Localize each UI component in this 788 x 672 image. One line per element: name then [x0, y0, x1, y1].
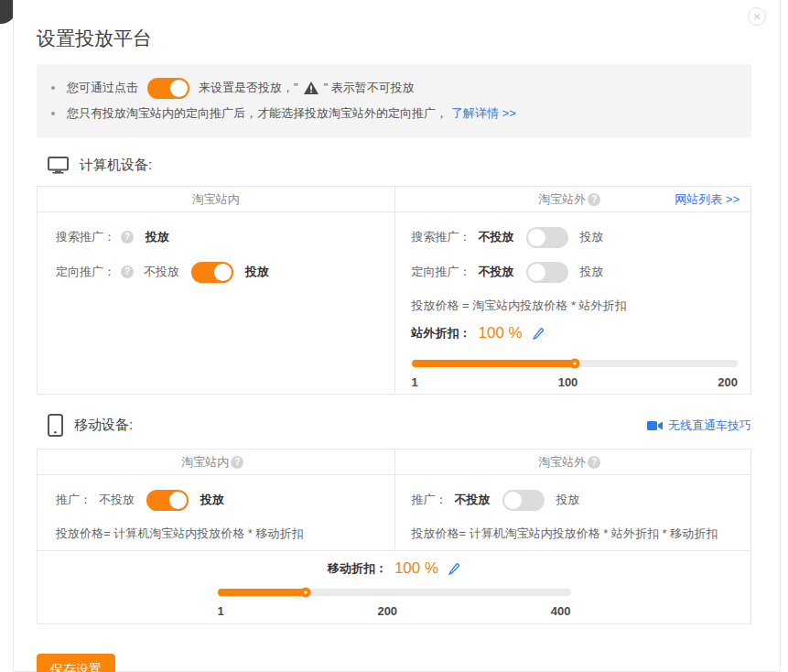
slider-min-label: 1: [412, 375, 418, 389]
mobile-discount-value: 100 %: [394, 559, 438, 578]
on-label: 投放: [580, 264, 604, 280]
header-label: 淘宝站内: [192, 191, 240, 208]
computer-offsite-targeted-toggle[interactable]: [526, 262, 568, 283]
computer-icon: [48, 157, 69, 174]
mobile-section-title: 移动设备:: [74, 417, 133, 434]
page: × 设置投放平台 您可通过点击 来设置是否投放，" " 表示暂不可投放 您只有投…: [0, 0, 788, 672]
off-label: 不投放: [144, 264, 179, 280]
edit-pencil-icon[interactable]: [448, 562, 460, 575]
computer-table: 淘宝站内 淘宝站外 ? 网站列表 >> 搜索推广： ? 投放 定向推广：: [37, 186, 751, 395]
computer-onsite-search-row: 搜索推广： ? 投放: [56, 224, 382, 250]
slider-mid-label: 200: [377, 604, 397, 618]
mobile-discount-row: 移动折扣： 100 % 1 200 400: [38, 550, 750, 623]
help-icon[interactable]: ?: [231, 456, 243, 469]
row-label: 定向推广：: [56, 264, 115, 280]
computer-onsite-cell: 搜索推广： ? 投放 定向推广： ? 不投放 投放: [38, 212, 394, 394]
mobile-discount-head: 移动折扣： 100 %: [38, 556, 750, 581]
slider-mid-label: 100: [558, 375, 578, 389]
mobile-section-header: 移动设备: 无线直通车技巧: [37, 414, 751, 437]
notice-line-1: 您可通过点击 来设置是否投放，" " 表示暂不可投放: [48, 76, 737, 100]
example-toggle: [147, 78, 189, 99]
close-button[interactable]: ×: [748, 7, 766, 26]
on-label: 投放: [580, 229, 604, 245]
save-settings-button[interactable]: 保存设置: [37, 654, 115, 672]
close-icon: ×: [753, 9, 761, 24]
on-label: 投放: [245, 264, 269, 280]
row-label: 推广：: [56, 492, 92, 508]
mobile-offsite-promo-toggle[interactable]: [502, 490, 545, 511]
computer-onsite-targeted-toggle[interactable]: [191, 262, 233, 283]
row-label: 搜索推广：: [412, 229, 471, 245]
notice-text: " 表示暂不可投放: [324, 80, 415, 96]
slider-min-label: 1: [218, 604, 224, 618]
toggle-knob: [528, 229, 545, 246]
computer-section-header: 计算机设备:: [37, 157, 751, 174]
slider-handle[interactable]: [569, 359, 579, 369]
off-label: 不投放: [455, 492, 491, 508]
row-label: 搜索推广：: [56, 229, 115, 245]
computer-offsite-search-row: 搜索推广： 不投放 投放: [412, 224, 739, 250]
offsite-price-formula: 投放价格 = 淘宝站内投放价格 * 站外折扣: [412, 294, 739, 318]
computer-offsite-search-toggle[interactable]: [526, 227, 568, 248]
warning-triangle-icon: [304, 81, 318, 97]
off-label: 不投放: [479, 229, 514, 245]
toggle-knob: [170, 80, 188, 97]
toggle-knob: [504, 492, 522, 509]
help-icon[interactable]: ?: [588, 193, 600, 206]
offsite-discount-slider[interactable]: [412, 360, 739, 367]
mobile-table-body: 推广： 不投放 投放 投放价格= 计算机淘宝站内投放价格 * 移动折扣 推广： …: [38, 475, 750, 550]
mobile-offsite-header: 淘宝站外 ?: [394, 450, 751, 474]
slider-handle[interactable]: [301, 588, 311, 598]
mobile-table-header: 淘宝站内 ? 淘宝站外 ?: [38, 450, 750, 475]
mobile-offsite-cell: 推广： 不投放 投放 投放价格= 计算机淘宝站内投放价格 * 站外折扣 * 移动…: [394, 475, 751, 550]
computer-onsite-targeted-row: 定向推广： ? 不投放 投放: [56, 259, 382, 285]
video-camera-icon: [647, 420, 663, 431]
row-label: 推广：: [412, 492, 448, 508]
row-label: 定向推广：: [412, 264, 471, 280]
toggle-knob: [169, 492, 187, 509]
help-icon[interactable]: ?: [121, 266, 134, 278]
mobile-onsite-promo-toggle[interactable]: [146, 490, 189, 511]
notice-box: 您可通过点击 来设置是否投放，" " 表示暂不可投放 您只有投放淘宝站内的定向推…: [37, 64, 751, 137]
computer-offsite-cell: 搜索推广： 不投放 投放 定向推广： 不投放 投放 投放价格 = 淘宝站内投放价…: [394, 212, 751, 394]
mobile-onsite-cell: 推广： 不投放 投放 投放价格= 计算机淘宝站内投放价格 * 移动折扣: [38, 475, 394, 550]
discount-label: 移动折扣：: [328, 560, 387, 577]
mobile-phone-icon: [48, 414, 63, 437]
edit-pencil-icon[interactable]: [532, 327, 545, 340]
mobile-onsite-promo-row: 推广： 不投放 投放: [56, 487, 382, 513]
mobile-slider-labels: 1 200 400: [218, 604, 571, 618]
header-label: 淘宝站外: [538, 191, 586, 208]
offsite-discount-row: 站外折扣： 100 %: [412, 320, 739, 347]
computer-onsite-header: 淘宝站内: [38, 187, 394, 211]
computer-offsite-targeted-row: 定向推广： 不投放 投放: [412, 259, 739, 285]
toggle-knob: [214, 264, 232, 281]
on-label: 投放: [200, 492, 224, 508]
notice-line-2: 您只有投放淘宝站内的定向推广后，才能选择投放淘宝站外的定向推广， 了解详情 >>: [48, 102, 737, 125]
off-label: 不投放: [99, 492, 135, 508]
header-label: 淘宝站内: [181, 454, 229, 471]
learn-more-link[interactable]: 了解详情 >>: [451, 105, 516, 122]
offsite-slider-labels: 1 100 200: [412, 375, 739, 389]
slider-fill: [218, 589, 307, 596]
site-list-link[interactable]: 网站列表 >>: [675, 191, 739, 208]
computer-section-title: 计算机设备:: [80, 157, 152, 174]
notice-text: 您可通过点击: [67, 80, 138, 96]
computer-offsite-header: 淘宝站外 ? 网站列表 >>: [394, 187, 751, 211]
off-label: 不投放: [479, 264, 514, 280]
mobile-slider-wrap: 1 200 400: [218, 589, 571, 618]
placement-settings-dialog: × 设置投放平台 您可通过点击 来设置是否投放，" " 表示暂不可投放 您只有投…: [13, 0, 781, 672]
bullet-icon: [51, 86, 55, 90]
offsite-discount-value: 100 %: [479, 324, 523, 342]
mobile-offsite-price-formula: 投放价格= 计算机淘宝站内投放价格 * 站外折扣 * 移动折扣: [412, 522, 739, 546]
mobile-table: 淘宝站内 ? 淘宝站外 ? 推广： 不投放 投放 投放价格= 计算机淘宝站内投: [37, 449, 751, 624]
notice-text: 来设置是否投放，": [199, 80, 298, 96]
toggle-knob: [528, 264, 545, 281]
mobile-discount-slider[interactable]: [218, 589, 571, 596]
header-label: 淘宝站外: [538, 454, 586, 471]
computer-table-body: 搜索推广： ? 投放 定向推广： ? 不投放 投放 搜索推广：: [38, 212, 750, 394]
on-label: 投放: [556, 492, 580, 508]
help-icon[interactable]: ?: [588, 456, 600, 469]
wireless-tips-link[interactable]: 无线直通车技巧: [668, 417, 751, 434]
help-icon[interactable]: ?: [121, 231, 134, 244]
mobile-offsite-promo-row: 推广： 不投放 投放: [412, 487, 739, 513]
